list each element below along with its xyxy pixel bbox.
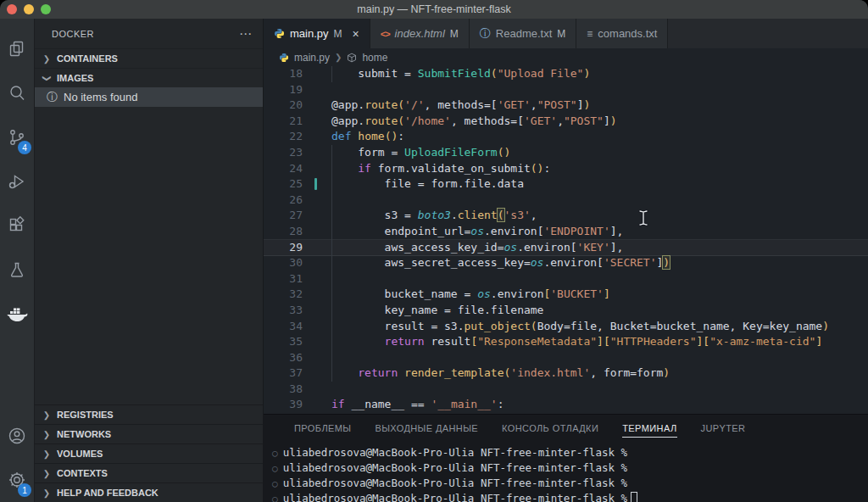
explorer-icon[interactable] [0,27,34,71]
zoom-window-button[interactable] [41,4,51,14]
sidebar-section-networks[interactable]: ❯NETWORKS [35,424,263,443]
more-actions-icon[interactable]: ⋯ [239,26,253,42]
account-icon[interactable] [0,414,34,458]
sidebar-section-images[interactable]: ❯ IMAGES [35,68,263,87]
line-number[interactable]: 35 [264,334,303,350]
line-number[interactable]: 28 [264,224,303,240]
line-number[interactable]: 38 [264,382,303,398]
testing-icon[interactable] [0,248,34,292]
line-number[interactable]: 36 [264,350,303,366]
code-line[interactable]: 32 bucket_name = os.environ['BUCKET'] [264,287,868,303]
code-line[interactable]: 37return render_template('index.html', f… [264,365,868,382]
line-number[interactable]: 26 [264,192,303,209]
code-line[interactable]: 35 return result["ResponseMetadata"]["HT… [264,334,868,350]
code-text: @app.route('/', methods=['GET',"POST"]) [331,98,590,114]
code-line[interactable]: 25 file = form.file.data [264,176,868,192]
line-number[interactable]: 21 [264,114,303,130]
command-decoration-icon[interactable]: ○ [272,463,278,474]
panel-tab-output[interactable]: ВЫХОДНЫЕ ДАННЫЕ [375,418,478,437]
tab-readme-txt[interactable]: ⓘ Readme.txt M [470,19,576,48]
code-editor[interactable]: 18submit = SubmitField("Upload File")192… [264,66,868,414]
code-line[interactable]: 23form = UploadFileForm() [264,145,868,161]
tab-comands-txt[interactable]: ≡ comands.txt [576,19,668,48]
code-line[interactable]: 33 key_name = file.filename [264,303,868,319]
sidebar-section-help-and-feedback[interactable]: ❯HELP AND FEEDBACK [35,482,263,502]
source-control-icon[interactable]: 4 [0,115,34,159]
terminal[interactable]: ○uliabedrosova@MacBook-Pro-Ulia NFT-free… [264,440,868,502]
code-line[interactable]: 20@app.route('/', methods=['GET',"POST"]… [264,98,868,114]
tab-index-html[interactable]: <> index.html M [370,19,470,48]
code-line[interactable]: 38 [264,382,868,398]
tab-main-py[interactable]: main.py M × [264,19,370,48]
sidebar-section-containers[interactable]: ❯ CONTAINERS [35,48,263,68]
code-line[interactable]: 28 endpoint_url=os.environ['ENDPOINT'], [264,224,868,240]
code-line[interactable]: 39if __name__ == '__main__': [264,397,868,413]
line-number[interactable]: 20 [264,98,303,114]
line-number[interactable]: 39 [264,397,303,413]
code-line[interactable]: 30 aws_secret_access_key=os.environ['SEC… [264,255,868,271]
list-icon: ≡ [587,28,593,40]
settings-gear-icon[interactable]: 1 [0,458,34,502]
code-line[interactable]: 19 [264,82,868,98]
indent-guide [331,319,358,335]
command-decoration-icon[interactable]: ○ [272,478,278,489]
line-number[interactable]: 25 [264,176,303,192]
sidebar-title: DOCKER [52,29,239,39]
minimize-window-button[interactable] [24,4,34,14]
title-bar: main.py — NFT-free-minter-flask [0,0,868,19]
indent-guide [331,255,358,271]
extensions-icon[interactable] [0,204,34,248]
line-number[interactable]: 30 [264,255,303,271]
code-text: def home(): [331,129,404,145]
line-number[interactable]: 32 [264,287,303,303]
line-number[interactable]: 18 [264,66,303,82]
indent-guide [331,365,358,382]
tab-label: main.py [290,27,329,40]
images-empty-item[interactable]: ⓘ No items found [35,87,263,107]
html-icon: <> [381,29,390,39]
sidebar-section-contexts[interactable]: ❯CONTEXTS [35,463,263,482]
line-number[interactable]: 34 [264,319,303,335]
line-number[interactable]: 27 [264,208,303,224]
code-line[interactable]: 34 result = s3.put_object(Body=file, Buc… [264,319,868,335]
line-number[interactable]: 19 [264,82,303,98]
line-number[interactable]: 37 [264,365,303,382]
line-number[interactable]: 24 [264,161,303,177]
command-decoration-icon[interactable]: ○ [272,448,278,459]
line-number[interactable]: 23 [264,145,303,161]
panel-tab-problems[interactable]: ПРОБЛЕМЫ [294,418,351,437]
code-lines: 18submit = SubmitField("Upload File")192… [264,66,868,413]
code-line[interactable]: 22def home(): [264,129,868,145]
docker-icon[interactable] [0,292,34,336]
code-line[interactable]: 36 [264,350,868,366]
code-text: @app.route('/home', methods=['GET',"POST… [331,114,617,130]
indent-guide [331,303,358,319]
terminal-line: ○uliabedrosova@MacBook-Pro-Ulia NFT-free… [272,491,868,502]
code-line[interactable]: 21@app.route('/home', methods=['GET',"PO… [264,114,868,130]
code-line[interactable]: 29 aws_access_key_id=os.environ['KEY'], [264,240,868,256]
code-text [331,350,358,366]
code-line[interactable]: 31 [264,271,868,287]
code-line[interactable]: 27 s3 = boto3.client('s3', [264,208,868,224]
sidebar-section-volumes[interactable]: ❯VOLUMES [35,443,263,463]
code-text [331,192,358,209]
code-line[interactable]: 24if form.validate_on_submit(): [264,161,868,177]
line-number[interactable]: 33 [264,303,303,319]
code-text: result = s3.put_object(Body=file, Bucket… [331,319,829,335]
panel-tab-jupyter[interactable]: JUPYTER [701,418,746,437]
code-line[interactable]: 18submit = SubmitField("Upload File") [264,66,868,82]
line-number[interactable]: 29 [264,240,303,256]
line-number[interactable]: 22 [264,129,303,145]
search-icon[interactable] [0,71,34,115]
close-window-button[interactable] [7,4,17,14]
sidebar-section-registries[interactable]: ❯REGISTRIES [35,404,263,424]
panel-tab-debug-console[interactable]: КОНСОЛЬ ОТЛАДКИ [502,418,598,437]
breadcrumb-item-symbol[interactable]: home [362,52,387,64]
close-icon[interactable]: × [353,27,359,41]
command-decoration-icon[interactable]: ○ [272,494,278,502]
line-number[interactable]: 31 [264,271,303,287]
code-line[interactable]: 26 [264,192,868,209]
breadcrumb-item-file[interactable]: main.py [294,52,330,64]
run-and-debug-icon[interactable] [0,159,34,204]
panel-tab-terminal[interactable]: ТЕРМИНАЛ [622,418,676,438]
